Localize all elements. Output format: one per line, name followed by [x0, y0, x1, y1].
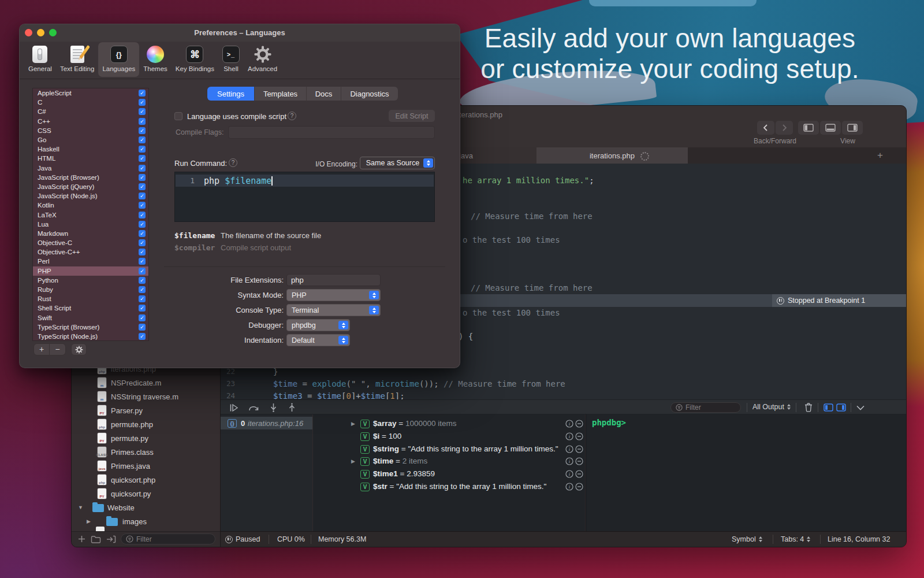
- toggle-left-pane-button[interactable]: [823, 402, 833, 413]
- prefs-toolbar-item-shell[interactable]: >_Shell: [218, 42, 244, 77]
- info-icon[interactable]: i: [565, 432, 573, 440]
- symbol-dropdown[interactable]: Symbol: [732, 535, 762, 543]
- checkbox-checked-icon[interactable]: ✓: [139, 333, 146, 340]
- checkbox-checked-icon[interactable]: ✓: [139, 324, 146, 331]
- prefs-toolbar-item-key-bindings[interactable]: ⌘Key Bindings: [172, 42, 218, 77]
- info-icon[interactable]: i: [565, 420, 573, 428]
- indentation-popup[interactable]: Default: [286, 334, 350, 346]
- language-row-swift[interactable]: Swift✓: [33, 313, 148, 323]
- checkbox-checked-icon[interactable]: ✓: [139, 286, 146, 293]
- checkbox-checked-icon[interactable]: ✓: [139, 155, 146, 162]
- stack-frame-row[interactable]: {} 0 iterations.php:16: [220, 417, 312, 429]
- checkbox-checked-icon[interactable]: ✓: [139, 165, 146, 172]
- disclosure-closed-icon[interactable]: ▶: [87, 518, 91, 524]
- language-actions-button[interactable]: [71, 343, 87, 355]
- continue-button[interactable]: [229, 402, 239, 413]
- remove-watch-icon[interactable]: [575, 457, 583, 465]
- prefs-tab-docs[interactable]: Docs: [307, 87, 341, 101]
- view-right-panel-button[interactable]: [842, 121, 863, 135]
- debug-console[interactable]: phpdbg>: [586, 414, 907, 531]
- disclosure-closed-icon[interactable]: ▶: [351, 421, 355, 427]
- variable-row-time1[interactable]: V$time1 = 2.93859i: [313, 468, 585, 481]
- syntax-mode-popup[interactable]: PHP: [286, 289, 381, 301]
- checkbox-checked-icon[interactable]: ✓: [139, 258, 146, 265]
- checkbox-checked-icon[interactable]: ✓: [139, 192, 146, 199]
- info-icon[interactable]: i: [565, 457, 573, 465]
- prefs-toolbar-item-languages[interactable]: {}Languages: [98, 42, 139, 77]
- checkbox-checked-icon[interactable]: ✓: [139, 108, 146, 115]
- checkbox-checked-icon[interactable]: ✓: [139, 295, 146, 302]
- compile-script-checkbox[interactable]: [174, 112, 182, 120]
- checkbox-checked-icon[interactable]: ✓: [139, 127, 146, 134]
- remove-watch-icon[interactable]: [575, 470, 583, 478]
- prefs-tab-settings[interactable]: Settings: [207, 87, 255, 101]
- prefs-toolbar-item-general[interactable]: General: [24, 42, 56, 77]
- checkbox-checked-icon[interactable]: ✓: [139, 118, 146, 125]
- language-row-objective-c[interactable]: Objective-C++✓: [33, 247, 148, 257]
- view-bottom-panel-button[interactable]: [820, 121, 841, 135]
- debugger-popup[interactable]: phpdbg: [286, 319, 350, 331]
- collapse-console-button[interactable]: [855, 402, 866, 413]
- prefs-tab-templates[interactable]: Templates: [255, 87, 307, 101]
- language-row-kotlin[interactable]: Kotlin✓: [33, 201, 148, 210]
- run-command-editor[interactable]: 1 php $filename: [174, 172, 435, 222]
- language-row-typescript-browser[interactable]: TypeScript (Browser)✓: [33, 323, 148, 332]
- remove-watch-icon[interactable]: [575, 483, 583, 491]
- edit-script-button[interactable]: Edit Script: [389, 110, 435, 122]
- checkbox-checked-icon[interactable]: ✓: [139, 221, 146, 228]
- checkbox-checked-icon[interactable]: ✓: [139, 90, 146, 97]
- language-row-c[interactable]: C✓: [33, 98, 148, 107]
- info-icon[interactable]: i: [565, 445, 573, 453]
- disclosure-open-icon[interactable]: ▼: [78, 505, 83, 510]
- language-row-haskell[interactable]: Haskell✓: [33, 144, 148, 154]
- checkbox-checked-icon[interactable]: ✓: [139, 136, 146, 143]
- file-row-permute-php[interactable]: phppermute.php: [72, 417, 220, 431]
- language-row-javascript-jquery[interactable]: JavaScript (jQuery)✓: [33, 182, 148, 191]
- back-button[interactable]: [757, 121, 774, 135]
- run-command-help-button[interactable]: ?: [229, 158, 237, 167]
- file-row-primes-java[interactable]: javaPrimes.java: [72, 459, 220, 473]
- variable-row-i[interactable]: V$i = 100i: [313, 431, 585, 443]
- language-row-php[interactable]: PHP✓: [33, 266, 148, 276]
- prefs-toolbar-item-themes[interactable]: Themes: [139, 42, 172, 77]
- language-row-javascript-node-js[interactable]: JavaScript (Node.js)✓: [33, 191, 148, 201]
- variable-row-array[interactable]: ▶V$array = 1000000 itemsi: [313, 418, 585, 431]
- checkbox-checked-icon[interactable]: ✓: [139, 230, 146, 237]
- language-row-shell-script[interactable]: Shell Script✓: [33, 303, 148, 313]
- file-row-nsstring-traverse-m[interactable]: mNSString traverse.m: [72, 390, 220, 403]
- prefs-tab-diagnostics[interactable]: Diagnostics: [341, 87, 398, 101]
- checkbox-checked-icon[interactable]: ✓: [139, 268, 146, 275]
- file-extensions-input[interactable]: php: [286, 274, 381, 286]
- language-row-typescript-node-js[interactable]: TypeScript (Node.js)✓: [33, 332, 148, 341]
- language-row-lua[interactable]: Lua✓: [33, 220, 148, 229]
- checkbox-checked-icon[interactable]: ✓: [139, 277, 146, 284]
- tab-iterations-php[interactable]: iterations.php: [536, 147, 688, 164]
- language-row-perl[interactable]: Perl✓: [33, 257, 148, 266]
- step-out-button[interactable]: [286, 402, 297, 413]
- file-row-quicksort-php[interactable]: phpquicksort.php: [72, 473, 220, 487]
- language-row-css[interactable]: CSS✓: [33, 126, 148, 135]
- new-folder-button[interactable]: [91, 535, 101, 543]
- tabs-dropdown[interactable]: Tabs: 4: [781, 535, 810, 543]
- language-row-go[interactable]: Go✓: [33, 135, 148, 144]
- checkbox-checked-icon[interactable]: ✓: [139, 212, 146, 218]
- language-row-c[interactable]: C#✓: [33, 107, 148, 116]
- sidebar-filter-input[interactable]: Filter: [121, 533, 215, 544]
- variable-row-time[interactable]: ▶V$time = 2 itemsi: [313, 455, 585, 468]
- checkbox-checked-icon[interactable]: ✓: [139, 249, 146, 255]
- info-icon[interactable]: i: [565, 483, 573, 491]
- checkbox-checked-icon[interactable]: ✓: [139, 99, 146, 106]
- language-row-objective-c[interactable]: Objective-C✓: [33, 238, 148, 247]
- language-row-applescript[interactable]: AppleScript✓: [33, 88, 148, 98]
- disclosure-closed-icon[interactable]: ▶: [351, 458, 355, 464]
- remove-watch-icon[interactable]: [575, 420, 583, 428]
- io-encoding-popup[interactable]: Same as Source: [360, 157, 435, 169]
- toggle-right-pane-button[interactable]: [836, 402, 846, 413]
- add-language-button[interactable]: +: [33, 343, 50, 355]
- checkbox-checked-icon[interactable]: ✓: [139, 174, 146, 181]
- remove-watch-icon[interactable]: [575, 445, 583, 453]
- step-over-button[interactable]: [248, 402, 259, 413]
- language-row-python[interactable]: Python✓: [33, 276, 148, 285]
- language-row-latex[interactable]: LaTeX✓: [33, 210, 148, 219]
- language-row-markdown[interactable]: Markdown✓: [33, 229, 148, 238]
